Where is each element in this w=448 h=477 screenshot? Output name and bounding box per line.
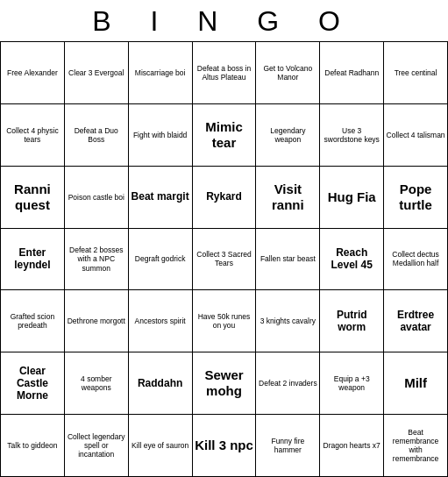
- bingo-cell-text-2: Miscarriage boi: [135, 68, 186, 77]
- bingo-cell-text-44: Kill eye of sauron: [132, 441, 188, 450]
- bingo-cell-text-4: Get to Volcano Manor: [258, 64, 317, 82]
- bingo-cell-text-8: Defeat a Duo Boss: [67, 126, 126, 144]
- bingo-cell-text-33: Putrid worm: [322, 309, 381, 334]
- bingo-cell-text-26: Reach Level 45: [322, 246, 381, 272]
- bingo-cell-text-7: Collect 4 physic tears: [3, 126, 62, 144]
- bingo-cell-text-1: Clear 3 Evergoal: [68, 68, 124, 77]
- bingo-cell-27: Collect dectus Medallion half: [384, 229, 448, 291]
- bingo-cell-10: Mimic tear: [193, 104, 257, 167]
- bingo-cell-text-14: Ranni quest: [3, 182, 62, 213]
- bingo-cell-38: Sewer mohg: [193, 352, 257, 415]
- bingo-grid: Free AlexanderClear 3 EvergoalMiscarriag…: [0, 41, 448, 477]
- bingo-cell-text-21: Enter leyndel: [3, 246, 62, 272]
- bingo-cell-18: Visit ranni: [256, 167, 320, 229]
- bingo-cell-11: Legendary weapon: [256, 104, 320, 167]
- bingo-cell-text-38: Sewer mohg: [195, 367, 254, 399]
- bingo-cell-text-20: Pope turtle: [386, 182, 445, 213]
- bingo-cell-text-47: Dragon hearts x7: [324, 441, 380, 450]
- bingo-cell-17: Rykard: [193, 167, 257, 229]
- bingo-cell-text-36: 4 somber weapons: [67, 374, 126, 392]
- bingo-cell-41: Milf: [384, 352, 448, 415]
- bingo-cell-15: Poison castle boi: [65, 167, 129, 229]
- bingo-cell-34: Erdtree avatar: [384, 290, 448, 352]
- bingo-cell-text-39: Defeat 2 invaders: [259, 379, 317, 388]
- bingo-cell-text-16: Beat margit: [132, 190, 189, 203]
- bingo-cell-text-24: Collect 3 Sacred Tears: [195, 250, 254, 267]
- bingo-cell-48: Beat remembrance with remembrance: [384, 415, 448, 477]
- bingo-cell-text-28: Grafted scion predeath: [3, 312, 62, 330]
- bingo-cell-20: Pope turtle: [384, 167, 448, 229]
- bingo-cell-text-25: Fallen star beast: [260, 254, 316, 263]
- bingo-cell-text-15: Poison castle boi: [68, 193, 124, 202]
- bingo-title: B I N G O: [92, 0, 356, 41]
- bingo-cell-39: Defeat 2 invaders: [256, 352, 320, 415]
- bingo-cell-text-37: Raddahn: [138, 377, 182, 389]
- bingo-cell-46: Funny fire hammer: [256, 415, 320, 477]
- bingo-cell-44: Kill eye of sauron: [129, 415, 193, 477]
- bingo-cell-31: Have 50k runes on you: [193, 290, 257, 352]
- bingo-cell-35: Clear Castle Morne: [1, 352, 65, 415]
- bingo-cell-29: Dethrone morgott: [65, 290, 129, 352]
- bingo-cell-text-23: Degraft godrick: [135, 254, 186, 263]
- bingo-cell-text-22: Defeat 2 bosses with a NPC summon: [67, 246, 126, 273]
- bingo-cell-text-3: Defeat a boss in Altus Plateau: [195, 64, 254, 82]
- bingo-cell-30: Ancestors spirit: [129, 290, 193, 352]
- bingo-cell-12: Use 3 swordstone keys: [320, 104, 384, 167]
- bingo-cell-25: Fallen star beast: [256, 229, 320, 291]
- bingo-cell-text-32: 3 knights cavalry: [260, 317, 316, 325]
- bingo-cell-2: Miscarriage boi: [129, 42, 193, 104]
- bingo-cell-text-9: Fight with blaidd: [133, 131, 187, 139]
- bingo-cell-text-12: Use 3 swordstone keys: [322, 126, 381, 144]
- bingo-cell-4: Get to Volcano Manor: [256, 42, 320, 104]
- bingo-cell-text-18: Visit ranni: [258, 182, 317, 213]
- bingo-cell-43: Collect legendary spell or incantation: [65, 415, 129, 477]
- bingo-cell-33: Putrid worm: [320, 290, 384, 352]
- bingo-cell-22: Defeat 2 bosses with a NPC summon: [65, 229, 129, 291]
- bingo-cell-text-30: Ancestors spirit: [135, 317, 186, 325]
- bingo-cell-24: Collect 3 Sacred Tears: [193, 229, 257, 291]
- bingo-cell-32: 3 knights cavalry: [256, 290, 320, 352]
- bingo-cell-text-42: Talk to giddeon: [7, 441, 57, 450]
- bingo-cell-37: Raddahn: [129, 352, 193, 415]
- bingo-cell-text-31: Have 50k runes on you: [195, 312, 254, 330]
- bingo-cell-8: Defeat a Duo Boss: [65, 104, 129, 167]
- bingo-cell-42: Talk to giddeon: [1, 415, 65, 477]
- bingo-cell-3: Defeat a boss in Altus Plateau: [193, 42, 257, 104]
- bingo-cell-text-11: Legendary weapon: [258, 126, 317, 144]
- bingo-cell-text-6: Tree centinal: [395, 68, 437, 77]
- bingo-cell-text-29: Dethrone morgott: [68, 317, 125, 325]
- bingo-cell-text-41: Milf: [404, 375, 427, 391]
- bingo-cell-0: Free Alexander: [1, 42, 65, 104]
- bingo-cell-text-27: Collect dectus Medallion half: [386, 250, 445, 267]
- bingo-cell-47: Dragon hearts x7: [320, 415, 384, 477]
- bingo-cell-text-19: Hug Fia: [328, 189, 376, 205]
- bingo-cell-text-13: Collect 4 talisman: [387, 131, 445, 139]
- bingo-cell-28: Grafted scion predeath: [1, 290, 65, 352]
- bingo-cell-26: Reach Level 45: [320, 229, 384, 291]
- bingo-cell-19: Hug Fia: [320, 167, 384, 229]
- bingo-cell-7: Collect 4 physic tears: [1, 104, 65, 167]
- bingo-cell-21: Enter leyndel: [1, 229, 65, 291]
- bingo-cell-40: Equip a +3 weapon: [320, 352, 384, 415]
- bingo-cell-text-34: Erdtree avatar: [386, 309, 445, 334]
- bingo-cell-text-17: Rykard: [206, 190, 242, 203]
- bingo-cell-text-43: Collect legendary spell or incantation: [67, 432, 126, 459]
- bingo-cell-text-10: Mimic tear: [195, 119, 254, 151]
- bingo-cell-text-46: Funny fire hammer: [258, 437, 317, 454]
- bingo-cell-1: Clear 3 Evergoal: [65, 42, 129, 104]
- bingo-cell-45: Kill 3 npc: [193, 415, 257, 477]
- bingo-cell-14: Ranni quest: [1, 167, 65, 229]
- bingo-cell-text-45: Kill 3 npc: [195, 438, 253, 453]
- bingo-cell-text-40: Equip a +3 weapon: [322, 374, 381, 392]
- bingo-cell-36: 4 somber weapons: [65, 352, 129, 415]
- bingo-cell-23: Degraft godrick: [129, 229, 193, 291]
- bingo-cell-text-48: Beat remembrance with remembrance: [386, 428, 445, 464]
- bingo-cell-text-0: Free Alexander: [7, 68, 58, 77]
- bingo-cell-9: Fight with blaidd: [129, 104, 193, 167]
- bingo-cell-16: Beat margit: [129, 167, 193, 229]
- bingo-cell-5: Defeat Radhann: [320, 42, 384, 104]
- bingo-cell-text-5: Defeat Radhann: [324, 68, 379, 77]
- bingo-cell-13: Collect 4 talisman: [384, 104, 448, 167]
- bingo-cell-6: Tree centinal: [384, 42, 448, 104]
- bingo-cell-text-35: Clear Castle Morne: [3, 365, 62, 402]
